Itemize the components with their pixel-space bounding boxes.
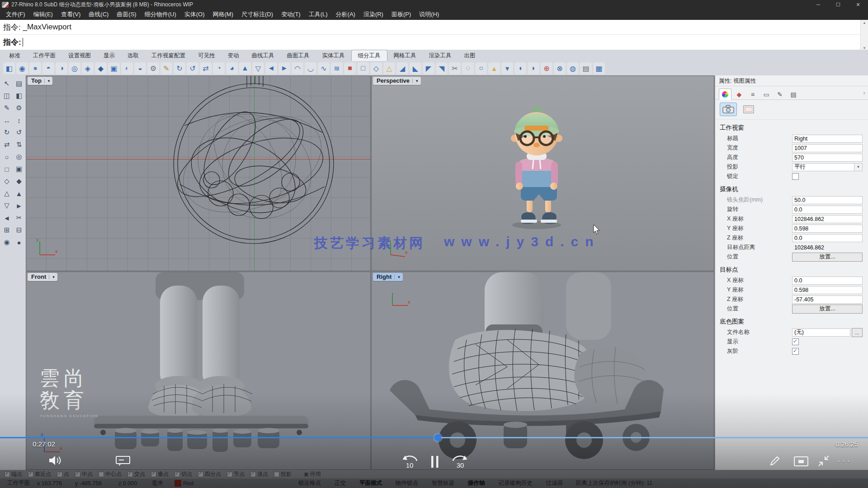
rewind-10-button[interactable]: 10 (400, 453, 420, 471)
toolbar-tool-button[interactable]: ■ (344, 62, 356, 74)
toolbar-tool-button[interactable]: ○ (475, 62, 487, 74)
side-tool-button[interactable]: ↖ (1, 78, 13, 89)
toolbar-tool-button[interactable]: ▦ (593, 62, 605, 74)
tab-material[interactable]: ◆ (733, 89, 745, 99)
rotation-field[interactable]: 0.0 (792, 206, 863, 214)
toolbar-tool-button[interactable]: ◣ (410, 62, 421, 74)
toolbar-tool-button[interactable]: ● (29, 62, 41, 74)
side-tool-button[interactable]: ⇄ (1, 139, 13, 150)
side-tool-button[interactable]: ► (13, 200, 25, 211)
side-tool-button[interactable]: ⊟ (13, 224, 25, 236)
toolbar-tool-button[interactable]: ◐ (121, 62, 133, 74)
units-indicator[interactable]: 毫米 (152, 479, 175, 487)
status-toggle[interactable]: 锁定格点 (292, 479, 328, 487)
menu-item[interactable]: 尺寸标注(D) (237, 9, 277, 20)
toolbar-tool-button[interactable]: ◡ (305, 62, 316, 74)
viewport-title-field[interactable]: Right (792, 135, 863, 143)
side-tool-button[interactable]: ✎ (1, 102, 13, 114)
toolbar-tool-button[interactable]: □ (357, 62, 369, 74)
toolbar-tool-button[interactable]: ► (278, 62, 290, 74)
viewport-height-field[interactable]: 570 (792, 154, 863, 162)
toolbar-tool-button[interactable]: ✂ (449, 62, 461, 74)
camera-y-field[interactable]: 0.598 (792, 225, 863, 233)
chevron-down-icon[interactable]: ▾ (394, 275, 403, 279)
browse-button[interactable]: ... (852, 328, 863, 337)
status-toggle[interactable]: 操作轴 (461, 479, 492, 487)
viewport-label-top[interactable]: Top ▾ (28, 77, 52, 85)
current-layer[interactable]: Red (183, 480, 208, 487)
side-tool-button[interactable]: ↔ (1, 114, 13, 126)
osnap-toggle[interactable]: 中点 (75, 470, 93, 478)
status-toggle[interactable]: 平面模式 (353, 479, 389, 487)
chevron-down-icon[interactable]: ▾ (49, 275, 57, 279)
toolbar-tool-button[interactable]: ✎ (160, 62, 172, 74)
menu-item[interactable]: 文件(F) (2, 9, 29, 20)
toolbar-tab[interactable]: 曲面工具 (281, 50, 316, 61)
danmaku-button[interactable] (116, 456, 130, 466)
progress-handle[interactable] (434, 434, 441, 441)
toolbar-tool-button[interactable]: ◍ (567, 62, 579, 74)
toolbar-tab[interactable]: 可见性 (192, 50, 222, 61)
toolbar-tab[interactable]: 设置视图 (62, 50, 97, 61)
toolbar-tool-button[interactable]: △ (383, 62, 395, 74)
chevron-down-icon[interactable]: ▼ (854, 163, 863, 171)
toolbar-tool-button[interactable]: ◖ (514, 62, 526, 74)
side-tool-button[interactable]: ↻ (1, 127, 13, 138)
toolbar-tool-button[interactable]: ≋ (331, 62, 343, 74)
progress-played[interactable] (0, 437, 438, 438)
osnap-toggle[interactable]: 点 (57, 470, 69, 478)
toolbar-tool-button[interactable]: ◌ (462, 62, 474, 74)
menu-item[interactable]: 网格(M) (209, 9, 238, 20)
camera-z-field[interactable]: 0.0 (792, 234, 863, 242)
chevron-down-icon[interactable]: ▾ (44, 79, 53, 83)
scroll-up-icon[interactable]: ▲ (863, 21, 866, 25)
tab-layers[interactable]: ≡ (747, 89, 759, 99)
camera-mode-button[interactable] (720, 103, 737, 116)
command-scrollbar[interactable]: ▲ ▼ (860, 20, 868, 51)
menu-item[interactable]: 实体(O) (180, 9, 209, 20)
pause-button[interactable] (430, 455, 439, 469)
toolbar-tab[interactable]: 工作平面 (27, 50, 62, 61)
toolbar-tool-button[interactable]: ◥ (436, 62, 448, 74)
osnap-toggle[interactable]: 垂点 (151, 470, 169, 478)
side-tool-button[interactable]: ◫ (1, 90, 13, 102)
target-y-field[interactable]: 0.598 (792, 286, 863, 294)
osnap-toggle[interactable]: 顶点 (250, 470, 268, 478)
viewport-width-field[interactable]: 1007 (792, 144, 863, 152)
toolbar-tab[interactable]: 实体工具 (316, 50, 351, 61)
command-input-line[interactable]: 指令: (0, 35, 868, 49)
place-camera-button[interactable]: 放置... (792, 253, 863, 262)
more-options-button[interactable]: ··· (837, 455, 852, 466)
status-toggle[interactable]: 正交 (328, 479, 353, 487)
side-tool-button[interactable]: ⚙ (13, 102, 25, 114)
side-tool-button[interactable]: ◇ (1, 175, 13, 187)
toolbar-tool-button[interactable]: ◒ (134, 62, 146, 74)
side-tool-button[interactable]: ▣ (13, 163, 25, 175)
toolbar-tab[interactable]: 细分工具 (351, 50, 387, 61)
annotate-button[interactable] (769, 455, 781, 467)
camera-x-field[interactable]: 102846.862 (792, 215, 863, 223)
focal-length-field[interactable]: 50.0 (792, 196, 863, 204)
toolbar-tool-button[interactable]: ▣ (108, 62, 120, 74)
side-tool-button[interactable]: ▤ (13, 78, 25, 89)
cplane-indicator[interactable]: 工作平面 (7, 479, 37, 487)
toolbar-tool-button[interactable]: ◆ (95, 62, 107, 74)
menu-item[interactable]: 面板(P) (387, 9, 415, 20)
toolbar-tab[interactable]: 变动 (222, 50, 245, 61)
volume-button[interactable] (48, 455, 61, 466)
target-x-field[interactable]: 0.0 (792, 277, 863, 285)
viewport-label-perspective[interactable]: Perspective ▾ (373, 77, 421, 85)
toolbar-tool-button[interactable]: ◠ (292, 62, 303, 74)
menu-item[interactable]: 曲面(S) (113, 9, 140, 20)
menu-item[interactable]: 渲染(R) (359, 9, 387, 20)
osnap-toggle[interactable]: 最近点 (28, 470, 51, 478)
wallpaper-grayscale-checkbox[interactable] (792, 348, 799, 355)
osnap-toggle[interactable]: 交点 (127, 470, 145, 478)
osnap-toggle[interactable]: 切点 (175, 470, 192, 478)
side-tool-button[interactable]: △ (1, 188, 13, 199)
viewport-right[interactable]: x Right ▾ (371, 272, 714, 470)
menu-item[interactable]: 工具(L) (305, 9, 332, 20)
side-tool-button[interactable]: ⊞ (1, 224, 13, 236)
toolbar-tool-button[interactable]: ◉ (16, 62, 28, 74)
osnap-toggle[interactable]: 四分点 (198, 470, 221, 478)
